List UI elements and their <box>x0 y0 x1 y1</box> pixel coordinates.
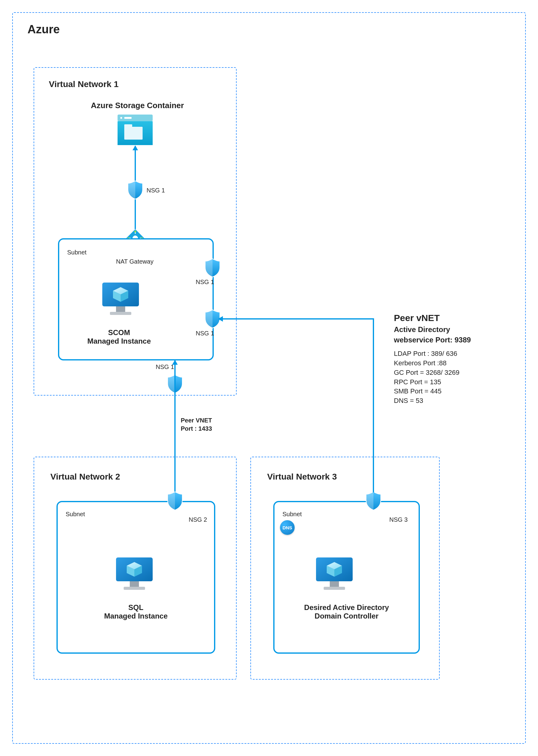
arrow-up-vnet1-link <box>172 360 178 365</box>
peer-heading: Peer vNET <box>394 312 516 324</box>
storage-title: Azure Storage Container <box>76 101 198 110</box>
nsg1-right2-label: NSG 1 <box>196 330 214 337</box>
arrow-up-storage <box>133 145 138 150</box>
sql-label: SQL Managed Instance <box>57 603 215 620</box>
nsg1-right1-label: NSG 1 <box>196 279 214 286</box>
subnet-label-vnet1: Subnet <box>67 249 86 256</box>
connector-vnet3-up <box>373 318 374 493</box>
scom-label: SCOM Managed Instance <box>58 328 180 345</box>
peer-line-0: LDAP Port : 389/ 636 <box>394 349 516 359</box>
vnet-1-title: Virtual Network 1 <box>49 80 119 89</box>
peer-line-5: DNS = 53 <box>394 396 516 406</box>
ad-label: Desired Active Directory Domain Controll… <box>273 603 420 620</box>
ad-line2: Domain Controller <box>314 612 378 620</box>
dns-text: DNS <box>283 525 292 530</box>
peer-line-4: SMB Port = 445 <box>394 387 516 396</box>
scom-vm-icon <box>101 281 140 316</box>
scom-line2: Managed Instance <box>87 337 151 345</box>
nsg2-label: NSG 2 <box>189 516 207 523</box>
nsg1-top-label: NSG 1 <box>146 187 165 194</box>
diagram-canvas: Azure Virtual Network 1 Azure Storage Co… <box>0 0 538 756</box>
scom-line1: SCOM <box>108 328 130 337</box>
peer-line-3: RPC Port = 135 <box>394 378 516 387</box>
peer-line-2: GC Port = 3268/ 3269 <box>394 368 516 378</box>
sql-line1: SQL <box>128 603 143 611</box>
shield-icon-nsg1-top <box>127 180 144 200</box>
peer-vnet-line1: Peer VNET <box>181 417 212 424</box>
ad-line1: Desired Active Directory <box>304 603 389 611</box>
peer-sub1: Active Directory <box>394 324 516 335</box>
sql-vm-icon <box>115 556 154 591</box>
subnet-label-vnet3: Subnet <box>283 511 302 518</box>
sql-line2: Managed Instance <box>104 612 168 620</box>
storage-container-icon <box>118 115 153 145</box>
peer-vnet-line2: Port : 1433 <box>181 425 212 432</box>
nsg3-label: NSG 3 <box>389 516 407 523</box>
arrow-left-peer <box>218 316 223 321</box>
subnet-label-vnet2: Subnet <box>66 511 85 518</box>
peer-vnet-port-label: Peer VNET Port : 1433 <box>181 416 212 433</box>
peer-line-1: Kerberos Port :88 <box>394 359 516 368</box>
nat-gateway-label: NAT Gateway <box>116 258 154 265</box>
nsg1-bottom-label: NSG 1 <box>156 364 174 371</box>
connector-peer-horizontal <box>222 318 374 320</box>
shield-icon-nsg1-right1 <box>204 258 221 278</box>
ad-vm-icon <box>314 556 354 591</box>
vnet-2-title: Virtual Network 2 <box>50 472 120 482</box>
shield-icon-nsg3 <box>365 491 382 511</box>
vnet-3-title: Virtual Network 3 <box>267 472 337 482</box>
peer-vnet-block: Peer vNET Active Directory webservice Po… <box>394 312 516 406</box>
dns-icon: DNS <box>280 520 295 535</box>
azure-title: Azure <box>27 23 60 36</box>
shield-icon-nsg2 <box>166 491 184 511</box>
peer-sub2: webservice Port: 9389 <box>394 335 516 345</box>
